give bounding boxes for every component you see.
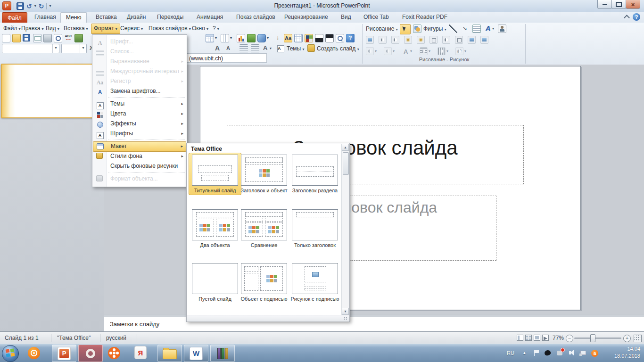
action-center-flag-icon[interactable] [534, 349, 541, 357]
text-color-arrow-icon[interactable]: ▾ [410, 49, 412, 53]
print-preview-icon[interactable] [54, 34, 62, 42]
shape-fill-icon[interactable] [366, 47, 374, 55]
compress-picture-icon[interactable] [468, 36, 476, 44]
tab-review[interactable]: Рецензирование [279, 12, 333, 22]
change-picture-icon[interactable] [480, 36, 488, 44]
shape-outline-icon[interactable] [384, 47, 392, 55]
save-toolbar-icon[interactable] [23, 34, 30, 41]
start-button[interactable] [2, 345, 19, 362]
crop-icon[interactable] [429, 36, 438, 44]
language-indicator[interactable]: русский [106, 335, 126, 341]
font-size-combo[interactable]: ▾ [61, 44, 87, 53]
select-cursor-button[interactable] [400, 24, 411, 34]
phone-tray-icon[interactable] [556, 349, 564, 357]
layout-blank[interactable]: Пустой слайд [190, 263, 239, 302]
scroll-down-button[interactable]: ▼ [342, 308, 349, 315]
menu-item-format-object[interactable]: Формат объекта... [93, 174, 186, 184]
menu-edit[interactable]: Правка▾ [19, 24, 46, 33]
satellite-tray-icon[interactable] [544, 349, 552, 357]
font-style-toggle-icon[interactable]: Aa [284, 34, 292, 42]
menu-item-change-case[interactable]: Aa Регистр ▸ [93, 76, 186, 86]
person-icon[interactable] [498, 25, 506, 33]
font-color-arrow-icon[interactable]: ▾ [270, 46, 272, 50]
font-name-combo[interactable]: ▾ [2, 44, 59, 53]
recolor-icon[interactable] [442, 36, 450, 44]
layout-section-header[interactable]: Заголовок раздела [290, 155, 339, 193]
tab-foxit-reader[interactable]: Foxit Reader PDF [397, 12, 453, 22]
font-box-icon[interactable]: A [277, 45, 284, 52]
open-icon[interactable] [12, 34, 21, 42]
gallery-resize-strip[interactable] [187, 315, 349, 321]
font-color-button[interactable]: A [263, 44, 267, 51]
layout-title-and-content[interactable]: Заголовок и объект [239, 155, 289, 193]
arrow-tool-icon[interactable]: ↘ [461, 25, 469, 33]
tab-file[interactable]: Файл [2, 12, 27, 23]
menu-help[interactable]: ?▾ [210, 24, 222, 33]
layout-title-only[interactable]: Только заголовок [290, 209, 339, 248]
menu-insert[interactable]: Вставка▾ [61, 24, 91, 33]
themes-button[interactable]: Темы ▾ [287, 45, 305, 52]
decrease-indent-icon[interactable] [239, 44, 248, 53]
menu-item-replace-fonts[interactable]: A Замена шрифтов... [93, 86, 186, 96]
table-grid-icon[interactable] [294, 34, 303, 42]
drawing-menu-button[interactable]: Рисование ▾ [366, 25, 398, 32]
combo-arrow-icon[interactable]: ▾ [80, 44, 86, 53]
help-toolbar-icon[interactable]: ? [346, 34, 355, 42]
insert-picture-icon[interactable] [366, 36, 374, 44]
scroll-up-button[interactable]: ▲ [342, 144, 349, 151]
layout-comparison[interactable]: Сравнение [239, 209, 289, 248]
insert-chart-icon[interactable] [237, 34, 245, 42]
avast-tray-icon[interactable]: a [591, 349, 599, 357]
tab-slideshow[interactable]: Показ слайдов [231, 12, 281, 22]
wordart-icon[interactable]: A [484, 25, 492, 33]
line-style-icon[interactable] [420, 47, 428, 55]
spelling-icon[interactable]: ABC~~ [64, 34, 73, 42]
clock-time[interactable]: 14:04 [609, 346, 640, 352]
line-tool-icon[interactable] [449, 25, 457, 33]
table-dropdown-arrow-icon[interactable]: ▾ [215, 36, 217, 40]
research-icon[interactable] [74, 34, 83, 42]
normal-view-button[interactable] [517, 335, 523, 341]
contrast-up-icon[interactable] [379, 36, 387, 44]
new-document-icon[interactable] [2, 34, 10, 42]
menu-item-line-spacing[interactable]: Междустрочный интервал ▸ [93, 66, 186, 76]
tab-view[interactable]: Вид [336, 12, 356, 22]
menu-item-list[interactable]: Список... [93, 47, 186, 57]
taskbar-opera-button[interactable] [78, 345, 103, 362]
zoom-slider-track[interactable] [574, 337, 621, 339]
black-white-icon[interactable] [315, 34, 323, 42]
shape-fill-arrow-icon[interactable]: ▾ [375, 49, 377, 53]
notes-pane[interactable]: Заметки к слайду [104, 317, 644, 332]
menu-item-layout[interactable]: Макет ▸ [93, 141, 186, 152]
slide-sorter-view-button[interactable] [525, 335, 532, 341]
taskbar-powerpoint-button[interactable]: P [52, 345, 76, 362]
contrast-down-icon[interactable] [391, 36, 399, 44]
zoom-icon[interactable] [336, 34, 344, 42]
shrink-font-button[interactable]: A [226, 45, 230, 51]
taskbar-word-button[interactable]: W [184, 345, 208, 362]
tab-transitions[interactable]: Переходы [152, 12, 189, 22]
taskbar-yandex-button[interactable]: Я [134, 346, 147, 359]
taskbar-winrar-button[interactable] [210, 345, 235, 362]
sort-icon[interactable]: ↓ [273, 34, 282, 42]
line-style-arrow-icon[interactable]: ▾ [429, 49, 430, 53]
insert-table-icon[interactable] [206, 34, 214, 42]
reset-picture-icon[interactable] [455, 36, 463, 44]
scrollbar-thumb[interactable] [343, 152, 349, 175]
menu-item-alignment[interactable]: Выравнивание ▸ [93, 57, 186, 66]
arrow-style-icon[interactable]: ⇄ [455, 47, 463, 55]
columns-dropdown-arrow-icon[interactable]: ▾ [230, 36, 232, 40]
show-hidden-icons-button[interactable]: ▴ [523, 350, 526, 355]
columns-icon[interactable] [221, 34, 229, 42]
tab-insert[interactable]: Вставка [91, 12, 122, 22]
shapes-3d-icon[interactable] [257, 34, 266, 42]
menu-item-hide-background-graphics[interactable]: Скрыть фоновые рисунки [93, 161, 186, 171]
menu-slideshow[interactable]: Показ слайдов▾ [146, 24, 193, 33]
dash-style-icon[interactable] [438, 47, 446, 55]
layout-content-with-caption[interactable]: Объект с подписью [239, 263, 289, 302]
insert-object-icon[interactable] [247, 34, 256, 42]
menu-item-background-styles[interactable]: Стили фона ▸ [93, 151, 186, 161]
layout-picture-with-caption[interactable]: Рисунок с подписью [290, 263, 339, 302]
menu-item-themes[interactable]: A Темы ▸ [93, 99, 186, 109]
arrow-style-arrow-icon[interactable]: ▾ [464, 49, 466, 53]
